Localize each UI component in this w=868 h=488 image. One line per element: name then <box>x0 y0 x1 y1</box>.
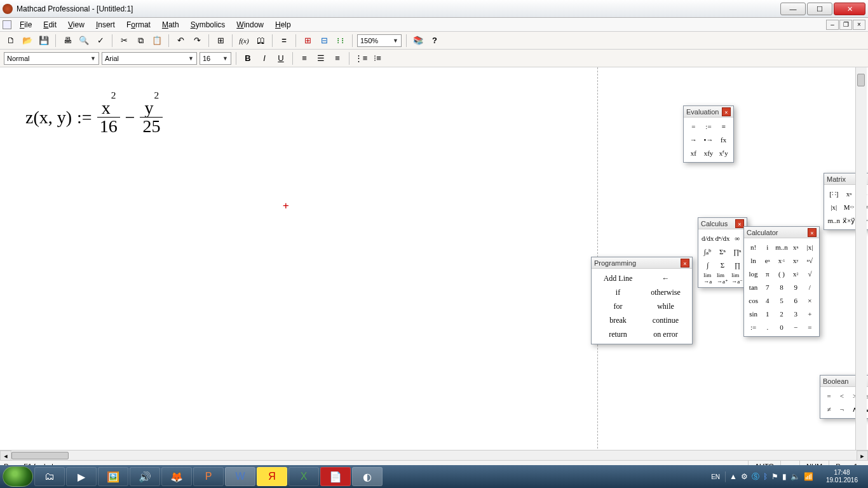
calc-7[interactable]: 7 <box>761 281 774 294</box>
insert-unit-icon[interactable]: 🕮 <box>254 34 268 48</box>
calc-div[interactable]: / <box>803 281 817 294</box>
prog-continue[interactable]: continue <box>642 313 689 327</box>
mdi-restore[interactable]: ❐ <box>839 20 852 30</box>
align-left-icon[interactable]: ≡ <box>297 51 311 65</box>
calc-xn[interactable]: xn <box>789 241 803 254</box>
calc-6[interactable]: 6 <box>789 294 803 307</box>
underline-button[interactable]: U <box>274 51 288 65</box>
eval-dotarrow[interactable]: •→ <box>702 133 716 146</box>
programming-palette[interactable]: Programming× Add Line← ifotherwise forwh… <box>591 257 693 344</box>
calc-8[interactable]: 8 <box>775 281 788 294</box>
redo-icon[interactable]: ↷ <box>190 34 204 48</box>
calc-nderiv[interactable]: dⁿ/dx <box>715 232 729 245</box>
cut-icon[interactable]: ✂ <box>117 34 131 48</box>
tray-bluetooth-icon[interactable]: ᛒ <box>763 472 768 481</box>
mdi-document-icon[interactable] <box>3 20 11 29</box>
vertical-scrollbar[interactable] <box>855 67 867 450</box>
component-icon[interactable]: ⫶⫶ <box>334 34 348 48</box>
tray-flag-icon[interactable]: ⚑ <box>771 472 778 481</box>
calc-lim[interactable]: lim→a <box>701 272 714 285</box>
calc-deriv[interactable]: d/dx <box>701 232 714 245</box>
tray-skype-icon[interactable]: Ⓢ <box>752 471 759 482</box>
workspace[interactable]: z(x, y) := x2 16 − y2 25 + Evaluation× =… <box>0 67 868 461</box>
bool-ne[interactable]: ≠ <box>823 403 835 416</box>
calc-liml[interactable]: lim→a⁻ <box>731 272 744 285</box>
copy-icon[interactable]: ⧉ <box>133 34 147 48</box>
prog-return[interactable]: return <box>594 327 642 341</box>
close-icon[interactable]: × <box>681 259 689 268</box>
tray-lang[interactable]: EN <box>711 473 720 480</box>
calc-tan[interactable]: tan <box>747 281 760 294</box>
calc-inf[interactable]: ∞ <box>731 232 744 245</box>
tray-up-icon[interactable]: ▲ <box>729 472 737 481</box>
menu-file[interactable]: File <box>14 20 37 29</box>
calc-5[interactable]: 5 <box>775 294 788 307</box>
calc-xy[interactable]: xy <box>789 254 803 267</box>
menu-format[interactable]: Format <box>121 20 156 29</box>
calc-abs[interactable]: |x| <box>803 241 817 254</box>
calc-assign[interactable]: := <box>747 321 760 334</box>
numbering-icon[interactable]: ⁝≡ <box>370 51 384 65</box>
calculator-palette[interactable]: Calculator× n! i m..n xn |x| ln ex x-1 x… <box>743 226 820 337</box>
menu-math[interactable]: Math <box>156 20 185 29</box>
calc-eq[interactable]: = <box>803 321 817 334</box>
calc-ex[interactable]: ex <box>761 254 774 267</box>
task-excel[interactable]: X <box>288 467 319 486</box>
align-right-icon[interactable]: ≡ <box>330 51 344 65</box>
calc-1[interactable]: 1 <box>761 308 774 320</box>
prog-for[interactable]: for <box>594 299 642 313</box>
resource-center-icon[interactable]: 📚 <box>411 34 425 48</box>
calc-limr[interactable]: lim→a⁺ <box>715 272 729 285</box>
eval-xfy2[interactable]: xᶠy <box>716 147 731 159</box>
tray-wifi-icon[interactable]: 📶 <box>804 472 813 481</box>
font-combo[interactable]: Arial▼ <box>102 52 197 65</box>
calc-log[interactable]: log <box>747 268 760 280</box>
eval-assign[interactable]: := <box>702 120 716 133</box>
task-mediaplayer[interactable]: ▶ <box>66 467 97 486</box>
calc-sqrt[interactable]: √ <box>803 268 817 280</box>
bool-lt[interactable]: < <box>836 390 848 402</box>
menu-insert[interactable]: Insert <box>90 20 121 29</box>
matrix-range[interactable]: m..n <box>827 214 841 227</box>
calc-2[interactable]: 2 <box>775 308 788 320</box>
graph-palette-icon[interactable]: ⊞ <box>301 34 315 48</box>
task-pdf[interactable]: 📄 <box>320 467 351 486</box>
menu-symbolics[interactable]: Symbolics <box>185 20 231 29</box>
maximize-button[interactable]: ☐ <box>807 3 832 15</box>
task-explorer[interactable]: 🗂 <box>34 467 65 486</box>
calc-sumrange[interactable]: Σⁿ <box>715 245 729 258</box>
tray-clock[interactable]: 17:48 19.01.2016 <box>822 469 862 484</box>
task-picture[interactable]: 🖼️ <box>98 467 128 486</box>
mdi-close[interactable]: × <box>853 20 865 30</box>
menu-view[interactable]: View <box>62 20 90 29</box>
calculus-palette[interactable]: Calculus× d/dx dⁿ/dx ∞ ∫ₐᵇ Σⁿ ∏ⁿ ∫ Σ ∏ l… <box>698 217 747 288</box>
calc-dot[interactable]: . <box>761 321 774 334</box>
align-regions-icon[interactable]: ⊞ <box>214 34 227 48</box>
equation-region[interactable]: z(x, y) := x2 16 − y2 25 <box>25 99 163 135</box>
minimize-button[interactable]: — <box>780 3 806 15</box>
fontsize-combo[interactable]: 16▼ <box>200 52 231 65</box>
open-icon[interactable]: 📂 <box>20 34 34 48</box>
insert-function-icon[interactable]: f(x) <box>237 34 251 48</box>
calc-nroot[interactable]: n√ <box>803 254 817 267</box>
close-icon[interactable]: × <box>808 228 817 237</box>
calculate-icon[interactable]: = <box>277 34 291 48</box>
vector-palette-icon[interactable]: ⊟ <box>317 34 331 48</box>
start-button[interactable] <box>3 466 33 487</box>
style-combo[interactable]: Normal▼ <box>4 52 99 65</box>
calc-4[interactable]: 4 <box>761 294 774 307</box>
tray-sound-icon[interactable]: 🔈 <box>790 472 800 481</box>
spellcheck-icon[interactable]: ✓ <box>93 34 107 48</box>
task-firefox[interactable]: 🦊 <box>161 467 192 486</box>
calc-xinv[interactable]: x-1 <box>775 254 788 267</box>
eval-xf[interactable]: xf <box>686 147 701 159</box>
calc-mul[interactable]: × <box>803 294 817 307</box>
menu-edit[interactable]: Edit <box>37 20 62 29</box>
prog-while[interactable]: while <box>642 299 689 313</box>
calc-sum[interactable]: Σ <box>715 259 729 271</box>
prog-addline[interactable]: Add Line <box>594 271 642 285</box>
close-icon[interactable]: × <box>722 107 731 116</box>
calc-sin[interactable]: sin <box>747 308 760 320</box>
menu-help[interactable]: Help <box>269 20 297 29</box>
eval-arrow[interactable]: → <box>686 133 701 146</box>
